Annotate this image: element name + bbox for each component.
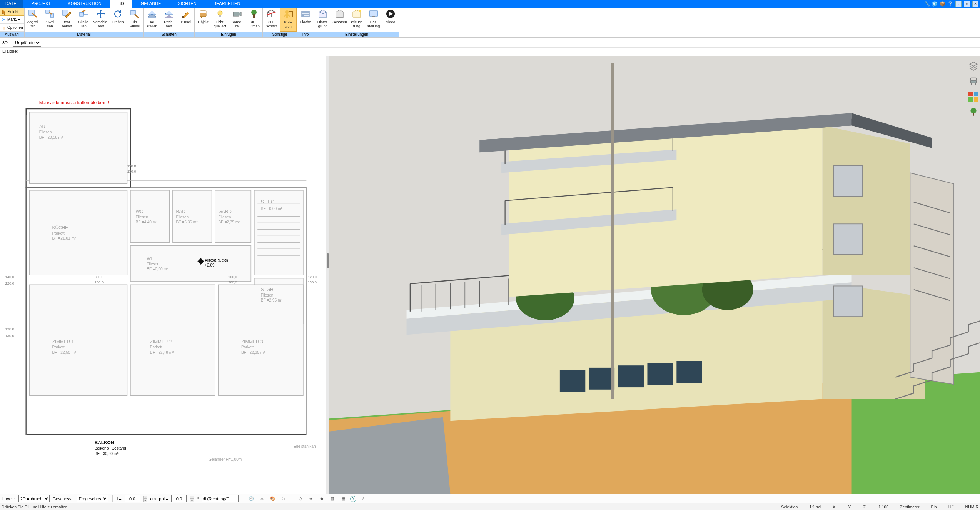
svg-text:m²: m² [302, 14, 305, 17]
ribbon-zuweisen-button[interactable]: Zuwei- sen [42, 8, 58, 32]
ribbon-schnitt3d-button[interactable]: 3D- Schnitt [263, 8, 280, 32]
ribbon-rechnen-button[interactable]: Rech- nen [160, 8, 177, 32]
wrench-icon[interactable]: 🔧 [924, 1, 930, 7]
phi-up[interactable]: ▲ [190, 496, 194, 499]
svg-text:Parkett: Parkett [241, 345, 254, 349]
optionen-button[interactable]: ＋ Optionen [0, 24, 24, 32]
hinpinsel-icon [129, 9, 140, 19]
snap2-icon[interactable]: ◈ [307, 495, 315, 503]
menu-bearbeiten[interactable]: BEARBEITEN [205, 0, 249, 8]
ribbon-drehen-button[interactable]: Drehen [109, 8, 126, 32]
snap1-icon[interactable]: ◇ [296, 495, 304, 503]
length-down[interactable]: ▼ [143, 499, 147, 502]
svg-rect-148 [833, 224, 863, 255]
menu-sichten[interactable]: SICHTEN [169, 0, 205, 8]
ribbon-schatten2-button[interactable]: Schatten [331, 8, 348, 32]
menu-gelaende[interactable]: GELÄNDE [132, 0, 170, 8]
layers-icon[interactable] [968, 61, 978, 71]
color-swatch-icon[interactable] [968, 92, 978, 102]
menu-konstruktion[interactable]: KONSTRUKTION [59, 0, 110, 8]
svg-text:BF =0,00 m²: BF =0,00 m² [147, 267, 169, 271]
ribbon-group-2: ObjektLicht- quelle ▾Kame- ra3D- BitmapE… [195, 8, 263, 37]
ribbon-hinpinsel-button[interactable]: Hin. Pinsel [126, 8, 143, 32]
svg-point-168 [970, 108, 976, 113]
dl-input[interactable] [202, 495, 239, 502]
phi-unit: ° [197, 497, 199, 501]
svg-rect-6 [46, 10, 49, 13]
beleuchtung-icon [351, 9, 362, 19]
close-button[interactable]: × [972, 1, 978, 7]
terrain-select[interactable]: Urgelände [13, 39, 41, 47]
geschoss-select[interactable]: Erdgeschos [77, 495, 108, 502]
ribbon-kollision-button[interactable]: Kolli- sion [280, 8, 297, 32]
ribbon-group-5: Hinter- grundSchattenBeleuch- tungDar- s… [314, 8, 399, 37]
svg-rect-23 [286, 13, 288, 18]
ribbon-pinsel-button[interactable]: Pinsel [177, 8, 194, 32]
ribbon-group-label-1: Schatten [144, 32, 194, 37]
menu-datei[interactable]: DATEI [0, 0, 23, 8]
phi-input[interactable] [171, 495, 187, 502]
clock-icon[interactable]: 🕘 [247, 495, 255, 503]
ribbon-skalieren-button[interactable]: Skalie- ren [75, 8, 92, 32]
kollision-icon [283, 9, 294, 19]
svg-rect-13 [200, 13, 206, 17]
schnitt3d-icon [266, 9, 277, 19]
ribbon-flaeche-button[interactable]: m²Fläche [297, 8, 314, 32]
dialoge-bar: Dialoge: [0, 48, 980, 56]
svg-text:120,0: 120,0 [308, 275, 317, 279]
sun-icon[interactable]: ☼ [258, 495, 266, 503]
geschoss-label: Geschoss : [53, 497, 74, 501]
mark-button[interactable]: Mark. ▾ [0, 16, 24, 23]
help-icon[interactable]: ❔ [947, 1, 953, 7]
palette-icon[interactable]: 🎨 [269, 495, 277, 503]
ribbon-darstellung-button[interactable]: Dar- stellung [365, 8, 382, 32]
length-input[interactable] [125, 495, 140, 502]
svg-text:GARD.: GARD. [219, 209, 233, 214]
ribbon-bitmap3d-button[interactable]: 3D- Bitmap [245, 8, 262, 32]
svg-text:Parkett: Parkett [52, 345, 65, 349]
snap4-icon[interactable]: ▥ [329, 495, 336, 503]
optionen-label: Optionen [7, 25, 23, 30]
svg-text:220,0: 220,0 [5, 282, 14, 285]
tree-icon[interactable] [968, 107, 978, 117]
pane-2d[interactable]: Mansarde muss erhalten bleiben !! [0, 56, 326, 494]
ribbon-beleuchtung-button[interactable]: Beleuch- tung [348, 8, 365, 32]
svg-text:BF =22,48 m²: BF =22,48 m² [150, 350, 174, 355]
schatten2-icon [334, 9, 345, 19]
splitter[interactable] [326, 56, 329, 494]
north-icon[interactable]: N [350, 496, 356, 502]
svg-text:BF =22,50 m²: BF =22,50 m² [52, 350, 76, 355]
ribbon-hintergrund-button[interactable]: Hinter- grund [314, 8, 331, 32]
minimize-button[interactable]: ‐ [955, 1, 962, 7]
ribbon-objekt-button[interactable]: Objekt [195, 8, 212, 32]
bearbeiten-label: Bear- beiten [62, 20, 72, 28]
ribbon-abgreifen-button[interactable]: Abgrei- fen [25, 8, 42, 32]
ribbon-darstellen-button[interactable]: Dar- stellen [144, 8, 160, 32]
ribbon-kamera-button[interactable]: Kame- ra [229, 8, 245, 32]
ribbon-verschieben-button[interactable]: Verschie- ben [92, 8, 109, 32]
menu-projekt[interactable]: PROJEKT [23, 0, 60, 8]
selekt-button[interactable]: Selekt [0, 8, 24, 16]
restore-button[interactable]: ▫ [964, 1, 970, 7]
overlay-icon[interactable]: 🗂 [280, 495, 287, 503]
layer-select[interactable]: 2D Abbruch [18, 495, 50, 502]
menu-3d[interactable]: 3D [110, 0, 132, 8]
length-up[interactable]: ▲ [143, 496, 147, 499]
ribbon-bearbeiten-button[interactable]: Bear- beiten [58, 8, 75, 32]
svg-text:BF =21,01 m²: BF =21,01 m² [52, 237, 76, 241]
box-icon[interactable]: 🧊 [932, 1, 938, 7]
ribbon-video-button[interactable]: Video [382, 8, 399, 32]
chair-icon[interactable] [968, 76, 978, 86]
cube-icon[interactable]: 📦 [939, 1, 945, 7]
ribbon-lichtquelle-button[interactable]: Licht- quelle ▾ [212, 8, 229, 32]
mansarde-note: Mansarde muss erhalten bleiben !! [39, 100, 109, 105]
pane-3d[interactable] [329, 56, 980, 494]
svg-text:130,0: 130,0 [127, 170, 136, 173]
svg-text:260,0: 260,0 [228, 280, 237, 284]
zuweisen-label: Zuwei- sen [45, 20, 56, 28]
grid-icon[interactable]: ▦ [339, 495, 347, 503]
phi-down[interactable]: ▼ [190, 499, 194, 502]
snap3-icon[interactable]: ◆ [318, 495, 326, 503]
arrow-icon[interactable]: ↗ [359, 495, 367, 503]
svg-text:WF.: WF. [147, 256, 154, 261]
